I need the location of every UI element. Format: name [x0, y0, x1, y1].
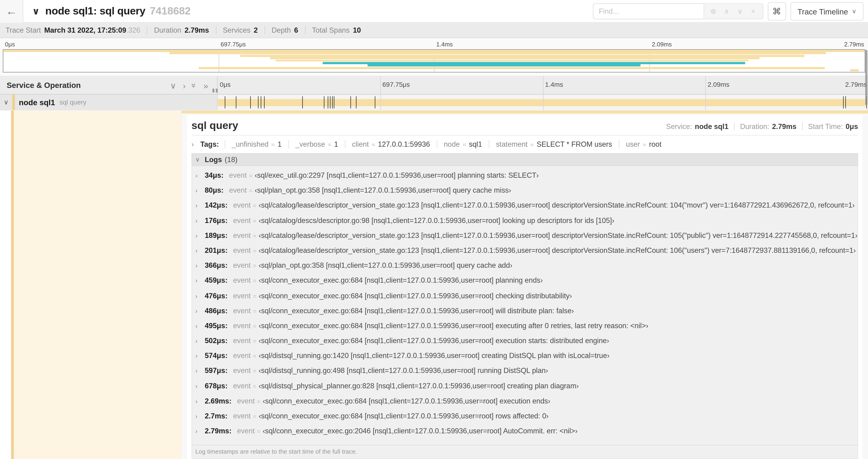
log-timestamp: 574μs: — [205, 352, 227, 360]
span-row-name-cell[interactable]: ∨ node sql1 sql query — [0, 95, 217, 110]
log-row[interactable]: ›574μs:event=‹sql/distsql_running.go:142… — [192, 352, 858, 367]
ruler-gridline — [705, 95, 706, 110]
chevron-right-icon[interactable]: › — [195, 217, 205, 224]
equals-sign: = — [253, 413, 256, 419]
collapse-all-icon[interactable]: » — [190, 83, 199, 88]
find-input[interactable] — [593, 3, 703, 19]
chevron-right-icon[interactable]: › — [195, 292, 205, 299]
chevron-right-icon[interactable]: › — [195, 262, 205, 269]
equals-sign: = — [253, 323, 256, 329]
log-event-tick — [225, 96, 225, 108]
stat-value: 2.79ms — [185, 26, 209, 35]
chevron-right-icon[interactable]: › — [195, 397, 205, 405]
chevron-right-icon[interactable]: › — [195, 382, 205, 390]
page-header: ← ∨ node sql1: sql query 7418682 ⊕ ∧ ∨ ×… — [0, 0, 868, 23]
log-field-value: ‹sql/catalog/descs/descriptor.go:98 [nsq… — [259, 216, 614, 225]
chevron-right-icon[interactable]: › — [191, 140, 200, 148]
service-color-accent — [12, 95, 15, 110]
span-bar-fill — [217, 99, 867, 106]
chevron-right-icon[interactable]: › — [195, 352, 205, 360]
service-name: node sql1 — [19, 98, 55, 107]
span-meta-item: Duration:2.79ms — [734, 122, 802, 131]
log-row[interactable]: ›2.79ms:event=‹sql/conn_executor_exec.go… — [192, 427, 858, 442]
trace-view-selector[interactable]: Trace Timeline ∨ — [790, 2, 864, 20]
span-duration-bar[interactable] — [217, 99, 867, 106]
chevron-right-icon[interactable]: › — [195, 232, 205, 239]
timeline-minimap[interactable]: 0μs697.75μs1.4ms2.09ms2.79ms — [0, 38, 868, 76]
chevron-right-icon[interactable]: › — [195, 322, 205, 330]
log-field-value: ‹sql/distsql_running.go:1420 [nsql1,clie… — [259, 352, 610, 360]
find-next-icon[interactable]: ∨ — [734, 7, 746, 15]
log-field-key: event — [233, 306, 251, 315]
log-row[interactable]: ›366μs:event=‹sql/plan_opt.go:358 [nsql1… — [192, 261, 858, 276]
tag-value: 1 — [334, 140, 338, 148]
chevron-right-icon[interactable]: › — [195, 277, 205, 285]
span-bar-continuation — [182, 110, 868, 113]
column-resizer-handle[interactable]: ▮▮ — [212, 88, 219, 93]
log-row[interactable]: ›459μs:event=‹sql/conn_executor_exec.go:… — [192, 276, 858, 292]
collapse-one-icon[interactable]: ∨ — [170, 81, 176, 90]
service-color-accent — [11, 110, 14, 459]
log-event-tick — [843, 96, 843, 108]
log-row[interactable]: ›495μs:event=‹sql/conn_executor_exec.go:… — [192, 321, 858, 336]
equals-sign: = — [253, 217, 256, 224]
find-buttons: ⊕ ∧ ∨ × — [704, 3, 763, 19]
equals-sign: = — [253, 262, 256, 269]
equals-sign: = — [253, 232, 256, 239]
back-button[interactable]: ← — [0, 0, 23, 22]
ruler-tick-label: 2.79ms — [844, 41, 864, 47]
equals-sign: = — [643, 141, 646, 147]
log-row[interactable]: ›678μs:event=‹sql/distsql_physical_plann… — [192, 382, 858, 397]
chevron-right-icon[interactable]: › — [195, 337, 205, 345]
find-prev-icon[interactable]: ∧ — [720, 7, 733, 15]
log-timestamp: 2.79ms: — [205, 427, 231, 435]
log-row[interactable]: ›597μs:event=‹sql/distsql_running.go:498… — [192, 367, 858, 382]
log-row[interactable]: ›80μs:event=‹sql/plan_opt.go:358 [nsql1,… — [192, 186, 858, 201]
log-field-key: event — [233, 216, 251, 225]
log-row[interactable]: ›476μs:event=‹sql/conn_executor_exec.go:… — [192, 291, 858, 306]
log-row[interactable]: ›201μs:event=‹sql/catalog/lease/descript… — [192, 246, 858, 261]
chevron-right-icon[interactable]: › — [195, 247, 205, 255]
expand-all-icon[interactable]: » — [204, 81, 208, 90]
log-row[interactable]: ›34μs:event=‹sql/exec_util.go:2297 [nsql… — [192, 171, 858, 186]
chevron-down-icon[interactable]: ∨ — [195, 156, 205, 163]
chevron-right-icon[interactable]: › — [195, 412, 205, 420]
log-timestamp: 502μs: — [205, 336, 227, 345]
tag-value: root — [649, 140, 661, 148]
chevron-right-icon[interactable]: › — [195, 307, 205, 315]
chevron-right-icon[interactable]: › — [195, 187, 205, 194]
tag-key: node — [444, 140, 460, 148]
logs-section-header[interactable]: ∨ Logs (18) — [191, 153, 858, 166]
log-field-key: event — [229, 186, 247, 195]
equals-sign: = — [257, 428, 260, 434]
minimap-canvas[interactable] — [3, 49, 865, 72]
log-timestamp: 597μs: — [205, 367, 227, 375]
find-clear-icon[interactable]: × — [747, 7, 759, 15]
log-field-key: event — [233, 382, 251, 390]
log-field-value: ‹sql/conn_executor_exec.go:684 [nsql1,cl… — [259, 306, 574, 315]
find-focus-icon[interactable]: ⊕ — [707, 7, 719, 15]
log-row[interactable]: ›189μs:event=‹sql/catalog/lease/descript… — [192, 231, 858, 246]
trace-collapse-chevron-icon[interactable]: ∨ — [32, 5, 40, 17]
span-row[interactable]: ∨ node sql1 sql query — [0, 95, 868, 111]
scrollbar-thumb[interactable] — [865, 50, 867, 105]
log-row[interactable]: ›2.7ms:event=‹sql/conn_executor_exec.go:… — [192, 412, 858, 427]
chevron-right-icon[interactable]: › — [195, 427, 205, 435]
expand-one-icon[interactable]: › — [183, 81, 186, 90]
log-row[interactable]: ›502μs:event=‹sql/conn_executor_exec.go:… — [192, 336, 858, 352]
log-row[interactable]: ›142μs:event=‹sql/catalog/lease/descript… — [192, 201, 858, 216]
span-collapse-chevron-icon[interactable]: ∨ — [0, 98, 12, 106]
keyboard-shortcuts-button[interactable]: ⌘ — [768, 2, 786, 20]
meta-value: 2.79ms — [772, 122, 797, 131]
span-row-timeline-cell[interactable] — [217, 95, 868, 110]
minimap-span-bar — [169, 52, 826, 54]
tags-row[interactable]: › Tags: _unfinished=1_verbose=1client=12… — [191, 135, 858, 153]
chevron-right-icon[interactable]: › — [195, 367, 205, 375]
chevron-right-icon[interactable]: › — [195, 171, 205, 179]
chevron-right-icon[interactable]: › — [195, 201, 205, 209]
log-row[interactable]: ›2.69ms:event=‹sql/conn_executor_exec.go… — [192, 397, 858, 412]
header-actions: ⊕ ∧ ∨ × ⌘ Trace Timeline ∨ — [593, 0, 864, 23]
log-row[interactable]: ›176μs:event=‹sql/catalog/descs/descript… — [192, 216, 858, 231]
log-timestamp: 2.69ms: — [205, 397, 231, 405]
log-row[interactable]: ›486μs:event=‹sql/conn_executor_exec.go:… — [192, 306, 858, 322]
